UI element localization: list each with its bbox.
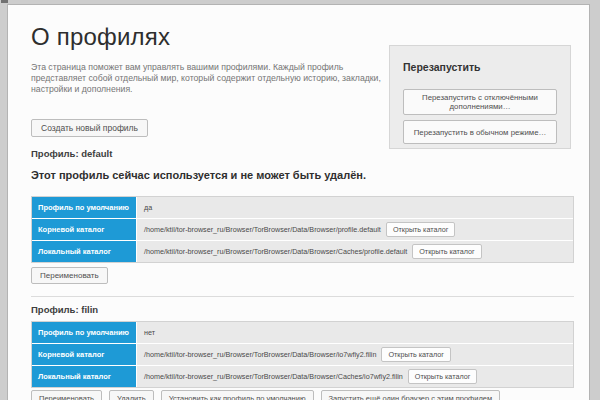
table-row: Корневой каталог /home/ktil/tor-browser_… (32, 219, 573, 240)
open-directory-button[interactable]: Открыть каталог (412, 244, 481, 259)
open-directory-button[interactable]: Открыть каталог (408, 369, 477, 384)
row-value-text: да (144, 203, 152, 212)
page-title: О профилях (31, 23, 170, 51)
row-value: /home/ktil/tor-browser_ru/Browser/TorBro… (137, 219, 573, 240)
about-profiles-page: О профилях Эта страница поможет вам упра… (7, 4, 590, 400)
row-value-text: /home/ktil/tor-browser_ru/Browser/TorBro… (144, 372, 403, 381)
table-row: Локальный каталог /home/ktil/tor-browser… (32, 366, 573, 387)
table-row: Локальный каталог /home/ktil/tor-browser… (32, 241, 573, 262)
rename-profile-button[interactable]: Переименовать (31, 267, 108, 284)
set-default-profile-button[interactable]: Установить как профиль по умолчанию (161, 390, 314, 400)
row-label-root-directory: Корневой каталог (32, 219, 136, 240)
profile-default-table: Профиль по умолчанию да Корневой каталог… (31, 196, 574, 263)
row-value: /home/ktil/tor-browser_ru/Browser/TorBro… (137, 366, 573, 387)
table-row: Корневой каталог /home/ktil/tor-browser_… (32, 344, 573, 365)
row-value-text: /home/ktil/tor-browser_ru/Browser/TorBro… (144, 247, 407, 256)
profile-filin-heading: Профиль: filin (31, 304, 98, 315)
row-value: нет (137, 322, 573, 343)
profile-in-use-note: Этот профиль сейчас используется и не мо… (31, 169, 366, 181)
restart-panel-title: Перезапустить (403, 61, 557, 73)
row-value: /home/ktil/tor-browser_ru/Browser/TorBro… (137, 344, 573, 365)
restart-panel: Перезапустить Перезапустить с отключённы… (389, 45, 571, 149)
delete-profile-button[interactable]: Удалить (109, 390, 154, 400)
row-label-local-directory: Локальный каталог (32, 241, 136, 262)
rename-profile-button[interactable]: Переименовать (31, 390, 102, 400)
row-label-default-profile: Профиль по умолчанию (32, 322, 136, 343)
row-value: /home/ktil/tor-browser_ru/Browser/TorBro… (137, 241, 573, 262)
table-row: Профиль по умолчанию нет (32, 322, 573, 343)
restart-normal-mode-button[interactable]: Перезапустить в обычном режиме… (403, 120, 557, 144)
table-row: Профиль по умолчанию да (32, 197, 573, 218)
window-edge-artifact (1, 0, 8, 3)
row-value-text: нет (144, 328, 155, 337)
page-description: Эта страница поможет вам управлять вашим… (31, 62, 389, 95)
profile-default-heading: Профиль: default (31, 148, 112, 159)
create-profile-button[interactable]: Создать новый профиль (31, 119, 148, 137)
launch-profile-new-browser-button[interactable]: Запустить ещё один браузер с этим профил… (321, 390, 501, 400)
open-directory-button[interactable]: Открыть каталог (386, 222, 455, 237)
restart-addons-disabled-button[interactable]: Перезапустить с отключёнными дополнениям… (403, 89, 557, 115)
row-label-default-profile: Профиль по умолчанию (32, 197, 136, 218)
row-label-local-directory: Локальный каталог (32, 366, 136, 387)
profile-filin-table: Профиль по умолчанию нет Корневой катало… (31, 321, 574, 388)
row-value: да (137, 197, 573, 218)
row-value-text: /home/ktil/tor-browser_ru/Browser/TorBro… (144, 350, 376, 359)
section-divider (31, 296, 574, 297)
row-value-text: /home/ktil/tor-browser_ru/Browser/TorBro… (144, 225, 381, 234)
row-label-root-directory: Корневой каталог (32, 344, 136, 365)
open-directory-button[interactable]: Открыть каталог (381, 347, 450, 362)
profile-filin-actions: Переименовать Удалить Установить как про… (31, 390, 500, 400)
